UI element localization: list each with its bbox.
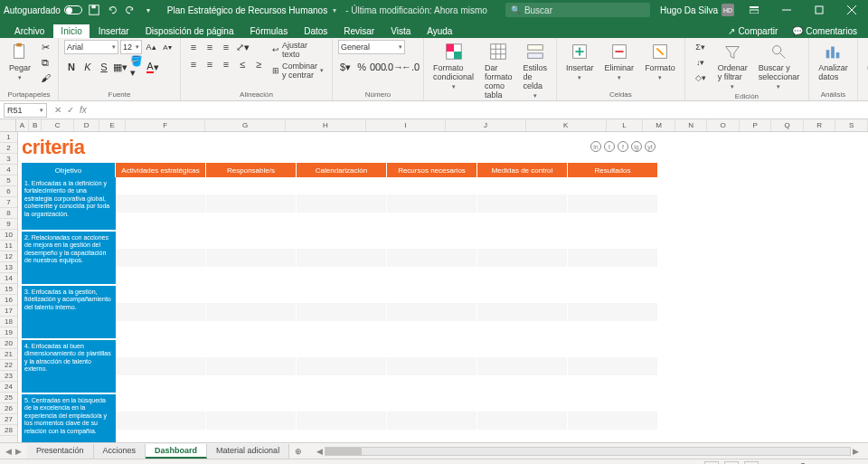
autosave-toggle[interactable]: Autoguardado [4,5,82,15]
col-header[interactable]: M [643,119,675,131]
delete-cells-button[interactable]: Eliminar▾ [601,40,638,83]
col-header[interactable]: D [74,119,99,131]
autosum-icon[interactable]: Σ▾ [691,40,711,54]
data-cell[interactable] [206,213,297,230]
data-cell[interactable] [116,357,206,374]
font-name-combo[interactable]: Arial▾ [64,40,118,54]
data-cell[interactable] [387,249,477,266]
data-cell[interactable] [206,303,297,320]
data-cell[interactable] [387,321,477,338]
decrease-font-icon[interactable]: A▾ [160,40,175,54]
tab-help[interactable]: Ayuda [420,24,459,38]
insert-cells-button[interactable]: Insertar▾ [562,40,598,83]
data-cell[interactable] [116,177,206,194]
data-cell[interactable] [206,412,297,429]
col-header[interactable]: L [607,119,644,131]
data-cell[interactable] [297,213,387,230]
data-cell[interactable] [387,303,477,320]
data-cell[interactable] [297,249,387,266]
increase-font-icon[interactable]: A▴ [144,40,158,54]
sheet-tab[interactable]: Material adicional [207,444,289,459]
row-header[interactable]: 2 [0,143,17,154]
user-account[interactable]: Hugo Da Silva HD [660,4,734,16]
col-header[interactable]: K [526,119,607,131]
row-header[interactable]: 22 [0,360,17,371]
data-cell[interactable] [116,412,206,429]
data-cell[interactable] [116,286,206,303]
page-break-view-icon[interactable]: ▥ [744,461,759,465]
analyze-data-button[interactable]: Analizar datos [815,40,852,83]
row-header[interactable]: 20 [0,338,17,349]
search-box[interactable]: 🔍 Buscar [505,3,650,17]
data-cell[interactable] [206,286,297,303]
row-header[interactable]: 5 [0,175,17,186]
col-header[interactable]: I [366,119,447,131]
save-icon[interactable] [88,4,100,16]
borders-icon[interactable]: ▦▾ [113,60,127,74]
data-cell[interactable] [297,232,387,249]
data-cell[interactable] [477,177,568,194]
data-cell[interactable] [477,286,568,303]
percent-icon[interactable]: % [354,60,369,74]
data-cell[interactable] [297,194,387,212]
col-header[interactable]: Q [771,119,804,131]
tab-nav-prev-icon[interactable]: ◀ [5,447,12,456]
data-cell[interactable] [116,249,206,266]
data-cell[interactable] [568,412,658,429]
data-cell[interactable] [387,412,477,429]
data-cell[interactable] [116,194,206,212]
data-cell[interactable] [116,303,206,320]
conditional-formatting-button[interactable]: Formato condicional▾ [429,40,477,92]
sheet-tab[interactable]: Dashboard [146,444,207,459]
tab-formulas[interactable]: Fórmulas [242,24,295,38]
data-cell[interactable] [206,430,297,442]
format-painter-icon[interactable]: 🖌 [38,71,52,85]
row-header[interactable]: 13 [0,262,17,273]
data-cell[interactable] [297,375,387,393]
data-cell[interactable] [116,321,206,338]
row-header[interactable]: 8 [0,208,17,219]
tab-data[interactable]: Datos [297,24,335,38]
data-cell[interactable] [477,375,568,393]
row-header[interactable]: 12 [0,251,17,262]
format-cells-button[interactable]: Formato▾ [641,40,679,83]
data-cell[interactable] [297,286,387,303]
align-top-icon[interactable]: ≡ [186,40,201,54]
orientation-icon[interactable]: ⤢▾ [235,40,250,54]
data-cell[interactable] [477,412,568,429]
sheet-tab[interactable]: Acciones [94,444,146,459]
data-cell[interactable] [568,286,658,303]
row-header[interactable]: 27 [0,414,17,425]
indent-dec-icon[interactable]: ≤ [235,57,250,71]
data-cell[interactable] [387,375,477,393]
maximize-icon[interactable] [807,2,832,18]
ribbon-options-icon[interactable] [741,2,767,18]
data-cell[interactable] [116,375,206,393]
data-cell[interactable] [206,249,297,266]
fx-confirm-icon[interactable]: ✓ [67,105,74,115]
font-size-combo[interactable]: 12▾ [120,40,142,54]
format-as-table-button[interactable]: Dar formato como tabla▾ [481,40,516,110]
bold-button[interactable]: N [64,60,79,74]
data-cell[interactable] [477,213,568,230]
col-header[interactable]: S [835,119,868,131]
objective-cell[interactable]: 2. Relacionadas con acciones de mejora e… [22,232,116,284]
sheet-tab[interactable]: Presentación [27,444,94,459]
data-cell[interactable] [387,394,477,412]
data-cell[interactable] [387,430,477,442]
row-header[interactable]: 6 [0,186,17,197]
share-button[interactable]: ↗ Compartir [722,24,783,38]
objective-cell[interactable]: 4. Enfocadas al buen dimensionamiento de… [22,340,116,393]
data-cell[interactable] [116,430,206,442]
data-cell[interactable] [568,375,658,393]
normal-view-icon[interactable]: ▦ [704,461,719,465]
data-cell[interactable] [387,340,477,357]
row-header[interactable]: 21 [0,349,17,360]
fill-icon[interactable]: ↓▾ [691,55,711,70]
align-middle-icon[interactable]: ≡ [203,40,217,54]
col-header[interactable]: P [740,119,772,131]
data-cell[interactable] [477,267,568,284]
row-header[interactable]: 28 [0,425,17,436]
col-header[interactable]: B [29,119,42,131]
underline-button[interactable]: S [97,60,111,74]
